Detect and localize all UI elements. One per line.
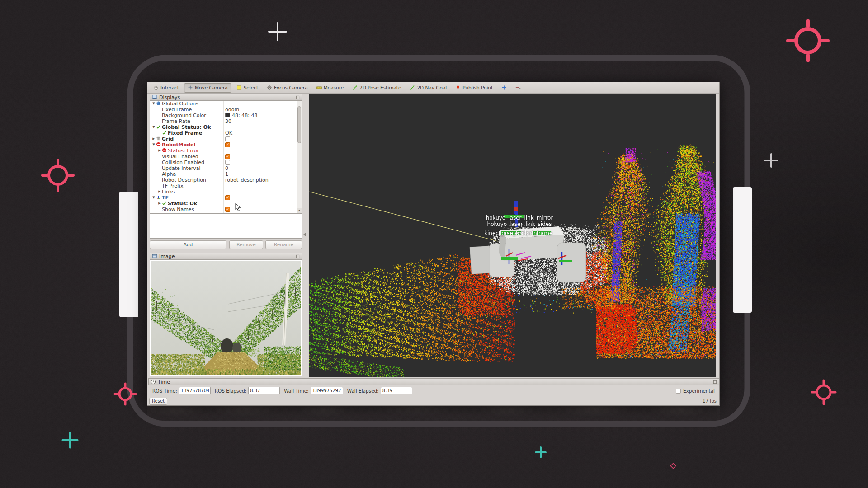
- detach-icon[interactable]: [713, 380, 717, 384]
- experimental-checkbox[interactable]: [676, 389, 681, 394]
- tree-row-tf-prefix[interactable]: TF Prefix: [150, 183, 302, 189]
- tool-label: Focus Camera: [274, 85, 308, 90]
- enable-checkbox[interactable]: [225, 160, 230, 165]
- expand-arrow[interactable]: ▶: [157, 201, 162, 206]
- tool-2d-nav-goal[interactable]: 2D Nav Goal: [406, 83, 450, 93]
- wall-elapsed-input[interactable]: [381, 387, 412, 394]
- tool-label: Move Camera: [195, 85, 228, 90]
- tree-row-label: Update Interval: [162, 165, 200, 171]
- tree-row-label: TF Prefix: [162, 183, 183, 189]
- tree-row-fixed-frame[interactable]: Fixed FrameOK: [150, 130, 302, 136]
- pose-arrow-icon: [352, 85, 358, 90]
- ros-elapsed-input[interactable]: [248, 387, 280, 394]
- tree-row-fixed-frame[interactable]: Fixed Frameodom: [150, 107, 302, 113]
- tree-row-value[interactable]: [225, 160, 230, 165]
- splitter-collapse-arrow[interactable]: [303, 233, 306, 236]
- tool-select[interactable]: Select: [233, 83, 262, 93]
- displays-panel-header[interactable]: Displays: [150, 94, 302, 101]
- tree-row-value[interactable]: [225, 195, 230, 201]
- tool-interact[interactable]: Interact: [150, 83, 183, 93]
- tree-row-alpha[interactable]: Alpha1: [150, 171, 302, 177]
- tree-row-value[interactable]: 0: [225, 165, 228, 171]
- tree-row-tf[interactable]: ▼TF: [150, 195, 302, 201]
- ros-time-input[interactable]: [179, 387, 211, 394]
- reset-button[interactable]: Reset: [149, 398, 167, 405]
- collapse-arrow[interactable]: ▼: [151, 124, 156, 130]
- rviz-toolbar: InteractMove CameraSelectFocus CameraMea…: [147, 82, 719, 94]
- add-display-button[interactable]: Add: [150, 240, 226, 249]
- detach-icon[interactable]: [296, 254, 300, 258]
- remove-display-button[interactable]: Remove: [229, 240, 263, 249]
- plus-tool-button[interactable]: [498, 83, 510, 93]
- tree-row-update-interval[interactable]: Update Interval0: [150, 165, 302, 171]
- tool-measure[interactable]: Measure: [313, 83, 348, 93]
- tree-row-label: TF: [162, 195, 169, 201]
- camera-image-panel: [150, 260, 302, 376]
- tree-row-value[interactable]: [225, 154, 230, 160]
- wall-time-label: Wall Time:: [284, 388, 309, 394]
- tree-row-frame-rate[interactable]: Frame Rate30: [150, 118, 302, 124]
- globe-icon: [156, 101, 162, 107]
- image-icon: [152, 253, 157, 259]
- tree-row-label: Fixed Frame: [162, 107, 192, 113]
- detach-icon[interactable]: [296, 95, 300, 99]
- tree-row-status-error[interactable]: ▶Status: Error: [150, 148, 302, 154]
- time-fields-row: ROS Time:ROS Elapsed:Wall Time:Wall Elap…: [148, 385, 719, 396]
- tree-row-grid[interactable]: ▶Grid: [150, 136, 302, 142]
- tool-publish-point[interactable]: Publish Point: [452, 83, 496, 93]
- enable-checkbox[interactable]: [225, 207, 230, 212]
- tree-row-value[interactable]: odom: [225, 107, 239, 113]
- tree-row-robot-description[interactable]: Robot Descriptionrobot_description: [150, 177, 302, 183]
- time-panel-header[interactable]: Time: [148, 378, 719, 385]
- expand-arrow[interactable]: ▶: [157, 189, 162, 195]
- tree-row-links[interactable]: ▶Links: [150, 189, 302, 195]
- tree-row-background-color[interactable]: Background Color48; 48; 48: [150, 113, 302, 118]
- tree-row-label: Global Options: [162, 101, 198, 107]
- enable-checkbox[interactable]: [225, 142, 230, 147]
- enable-checkbox[interactable]: [225, 195, 230, 200]
- tree-row-label: Background Color: [162, 113, 206, 118]
- tree-row-status-ok[interactable]: ▶Status: Ok: [150, 201, 302, 206]
- check-icon: [162, 130, 168, 136]
- fps-counter: 17 fps: [703, 399, 717, 404]
- collapse-arrow[interactable]: ▼: [151, 195, 156, 201]
- tree-row-value[interactable]: [225, 136, 230, 142]
- tf-frame-label: hokuyo_laser_link_sides: [487, 221, 552, 227]
- 3d-viewport[interactable]: hokuyo_laser_link_mirrorhokuyo_laser_lin…: [309, 94, 716, 377]
- collapse-arrow[interactable]: ▼: [151, 142, 156, 148]
- expand-arrow[interactable]: ▶: [151, 136, 156, 142]
- collapse-arrow[interactable]: ▼: [151, 101, 156, 107]
- tool-label: 2D Nav Goal: [417, 85, 447, 90]
- plus-icon: [536, 447, 546, 457]
- focus-camera-icon: [267, 85, 272, 90]
- enable-checkbox[interactable]: [225, 154, 230, 159]
- time-bottom-row: Reset 17 fps: [148, 397, 719, 405]
- experimental-toggle[interactable]: Experimental: [676, 388, 715, 394]
- tree-row-value[interactable]: 30: [225, 118, 231, 124]
- robot-model: [470, 201, 586, 282]
- tree-row-value[interactable]: OK: [225, 130, 232, 136]
- tree-row-value[interactable]: robot_description: [225, 177, 269, 183]
- tree-row-global-status-ok[interactable]: ▼Global Status: Ok: [150, 124, 302, 130]
- expand-arrow[interactable]: ▶: [157, 148, 162, 154]
- tree-row-value[interactable]: 48; 48; 48: [225, 113, 257, 118]
- tree-row-label: Robot Description: [162, 177, 206, 183]
- tree-row-show-names[interactable]: Show Names: [150, 206, 302, 212]
- tree-row-collision-enabled[interactable]: Collision Enabled: [150, 160, 302, 165]
- tool-2d-pose-estimate[interactable]: 2D Pose Estimate: [349, 83, 405, 93]
- tree-row-label: Status: Ok: [168, 201, 197, 206]
- rename-display-button[interactable]: Rename: [265, 240, 302, 249]
- tool-focus-camera[interactable]: Focus Camera: [263, 83, 311, 93]
- tree-row-value[interactable]: [225, 206, 230, 212]
- tool-move-camera[interactable]: Move Camera: [184, 83, 231, 93]
- enable-checkbox[interactable]: [225, 136, 230, 141]
- tree-row-robotmodel[interactable]: ▼RobotModel: [150, 142, 302, 148]
- tree-row-global-options[interactable]: ▼Global Options: [150, 101, 302, 107]
- wall-time-input[interactable]: [311, 387, 343, 394]
- image-panel-header[interactable]: Image: [150, 253, 302, 260]
- minus-tool-button[interactable]: [512, 83, 524, 93]
- tf-icon: [156, 195, 162, 201]
- tree-row-value[interactable]: [225, 142, 230, 148]
- tree-row-value[interactable]: 1: [225, 171, 228, 177]
- tree-row-visual-enabled[interactable]: Visual Enabled: [150, 154, 302, 160]
